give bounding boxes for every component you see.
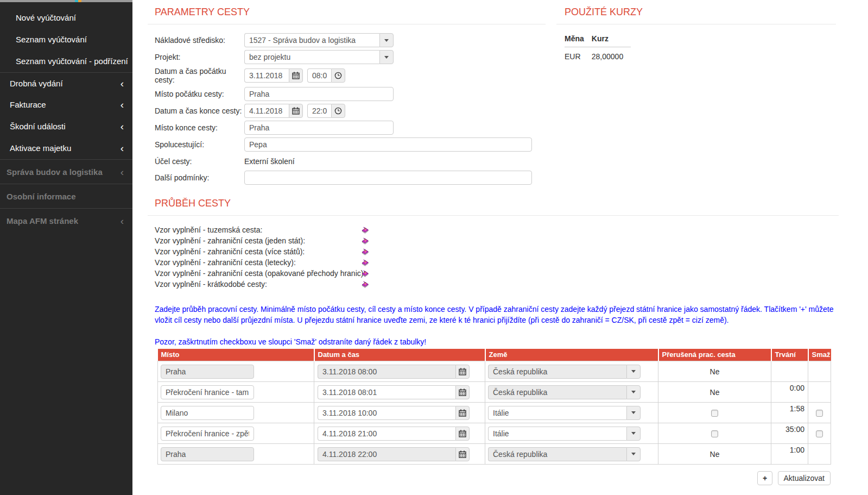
datum-group: [318, 385, 470, 399]
pouzite-kurzy-title: POUŽITÉ KURZY: [556, 0, 836, 18]
prerusena-value: Ne: [658, 444, 771, 465]
misto-input[interactable]: [161, 406, 254, 420]
add-row-button[interactable]: +: [757, 471, 772, 485]
vzor-label: Vzor vyplnění - zahraniční cesta (leteck…: [155, 258, 296, 267]
divider: [148, 215, 839, 216]
calendar-icon-addon[interactable]: [455, 447, 470, 461]
col-trvani: Trvání: [771, 349, 808, 361]
sidebar-item-drobna-vydani[interactable]: Drobná vydání‹: [0, 72, 132, 94]
help-book-icon[interactable]: ?: [361, 280, 369, 288]
pocatek-date-input[interactable]: [244, 68, 289, 83]
help-book-icon[interactable]: ?: [361, 247, 369, 255]
caret-down-icon: [631, 453, 636, 455]
sidebar-item-mapa-afm[interactable]: Mapa AFM stránek‹: [0, 208, 132, 233]
datum-input[interactable]: [318, 385, 455, 399]
caret-addon[interactable]: [379, 50, 394, 64]
sidebar-item-label: Osobní informace: [7, 192, 76, 201]
col-prerusena: Přerušená prac. cesta: [658, 349, 771, 361]
calendar-icon-addon[interactable]: [455, 427, 470, 441]
calendar-icon-addon[interactable]: [455, 365, 470, 379]
stredisko-select[interactable]: 1527 - Správa budov a logistika: [244, 33, 394, 47]
misto-input[interactable]: [161, 427, 254, 441]
caret-addon[interactable]: [626, 385, 641, 399]
konec-date-input[interactable]: [244, 104, 289, 118]
zeme-select[interactable]: Itálie: [488, 427, 641, 441]
vzor-link-kratkodobe: Vzor vyplnění - krátkodobé cesty: ?: [155, 279, 839, 290]
datum-input[interactable]: [318, 427, 455, 441]
smaz-checkbox[interactable]: [816, 430, 823, 437]
misto-input[interactable]: [161, 365, 254, 379]
col-datum: Datum a čas: [314, 349, 485, 361]
calendar-icon-addon[interactable]: [455, 385, 470, 399]
prerusena-checkbox[interactable]: [711, 430, 718, 437]
sidebar-item-seznam-vyuctovani[interactable]: Seznam vyúčtování: [0, 29, 132, 51]
caret-addon[interactable]: [626, 427, 641, 441]
sidebar-item-skodni-udalosti[interactable]: Škodní události‹: [0, 116, 132, 137]
caret-addon[interactable]: [626, 447, 641, 461]
misto-pocatku-input[interactable]: [244, 87, 394, 101]
sidebar-item-osobni-informace[interactable]: Osobní informace: [0, 184, 132, 208]
ucel-label: Účel cesty:: [155, 157, 244, 166]
calendar-icon-addon[interactable]: [289, 68, 303, 83]
help-book-icon[interactable]: ?: [361, 236, 369, 245]
pocatek-label: Datum a čas počátku cesty:: [155, 67, 244, 84]
datum-input[interactable]: [318, 406, 455, 420]
kurzy-col-mena: Měna: [565, 34, 592, 47]
zeme-select[interactable]: Česká republika: [488, 365, 641, 379]
vzor-label: Vzor vyplnění - zahraniční cesta (opakov…: [155, 269, 365, 278]
clock-icon-addon[interactable]: [331, 68, 345, 83]
trvani-value: 1:58: [771, 403, 808, 423]
konec-date-group: [244, 104, 303, 118]
sidebar-item-label: Nové vyúčtování: [16, 13, 76, 22]
smaz-checkbox[interactable]: [816, 410, 823, 417]
prubeh-cesty-title: PRŮBĚH CESTY: [148, 191, 839, 209]
zeme-select[interactable]: Česká republika: [488, 447, 641, 461]
calendar-icon-addon[interactable]: [289, 104, 303, 118]
instructions-text: Zadejte průběh pracovní cesty. Minimálně…: [155, 304, 836, 325]
sidebar-item-sprava-budov[interactable]: Správa budov a logistika‹: [0, 159, 132, 184]
kurzy-mena-value: EUR: [565, 47, 592, 61]
kurzy-row: EUR 28,00000: [565, 47, 631, 61]
update-button[interactable]: Aktualizovat: [778, 471, 831, 485]
clock-icon: [334, 107, 342, 115]
zeme-select[interactable]: Česká republika: [488, 385, 641, 399]
pocatek-date-group: [244, 68, 303, 83]
vzor-label: Vzor vyplnění - tuzemská cesta:: [155, 225, 262, 234]
zeme-selected-value: Česká republika: [488, 385, 626, 399]
delete-warning-text: Pozor, zaškrtnutím checkboxu ve sloupci …: [155, 337, 839, 346]
podminky-input[interactable]: [244, 171, 532, 185]
sidebar-item-aktivace-majetku[interactable]: Aktivace majetku‹: [0, 137, 132, 159]
help-book-icon[interactable]: ?: [361, 269, 369, 277]
form-row-stredisko: Nákladové středisko: 1527 - Správa budov…: [155, 33, 546, 47]
misto-input[interactable]: [161, 385, 254, 399]
form-row-spolucestujici: Spolucestující:: [155, 137, 546, 152]
pocatek-time-input[interactable]: [307, 68, 331, 83]
clock-icon-addon[interactable]: [331, 104, 345, 118]
caret-addon[interactable]: [379, 33, 394, 47]
caret-addon[interactable]: [626, 365, 641, 379]
prerusena-checkbox[interactable]: [711, 410, 718, 417]
projekt-selected-value: bez projektu: [244, 50, 379, 64]
help-book-icon[interactable]: ?: [361, 258, 369, 266]
sidebar-item-seznam-vyuctovani-podrizeni[interactable]: Seznam vyúčtování - podřízení: [0, 51, 132, 72]
calendar-icon-addon[interactable]: [455, 406, 470, 420]
calendar-icon: [292, 72, 300, 79]
sidebar-item-label: Fakturace: [10, 100, 46, 109]
trvani-value: 1:00: [771, 444, 808, 465]
caret-addon[interactable]: [626, 406, 641, 420]
calendar-icon: [459, 389, 466, 396]
sidebar-item-fakturace[interactable]: Fakturace‹: [0, 94, 132, 116]
datum-input[interactable]: [318, 365, 455, 379]
spolucestujici-input[interactable]: [244, 137, 532, 152]
sidebar-item-nove-vyuctovani[interactable]: Nové vyúčtování: [0, 7, 132, 29]
help-book-icon[interactable]: ?: [361, 225, 369, 234]
form-row-podminky: Další podmínky:: [155, 171, 546, 185]
misto-konce-input[interactable]: [244, 121, 394, 135]
projekt-select[interactable]: bez projektu: [244, 50, 394, 64]
datum-input[interactable]: [318, 447, 455, 461]
caret-down-icon: [631, 432, 636, 435]
konec-time-input[interactable]: [307, 104, 331, 118]
misto-input[interactable]: [161, 447, 254, 461]
trvani-value: 0:00: [771, 382, 808, 403]
zeme-select[interactable]: Itálie: [488, 406, 641, 420]
